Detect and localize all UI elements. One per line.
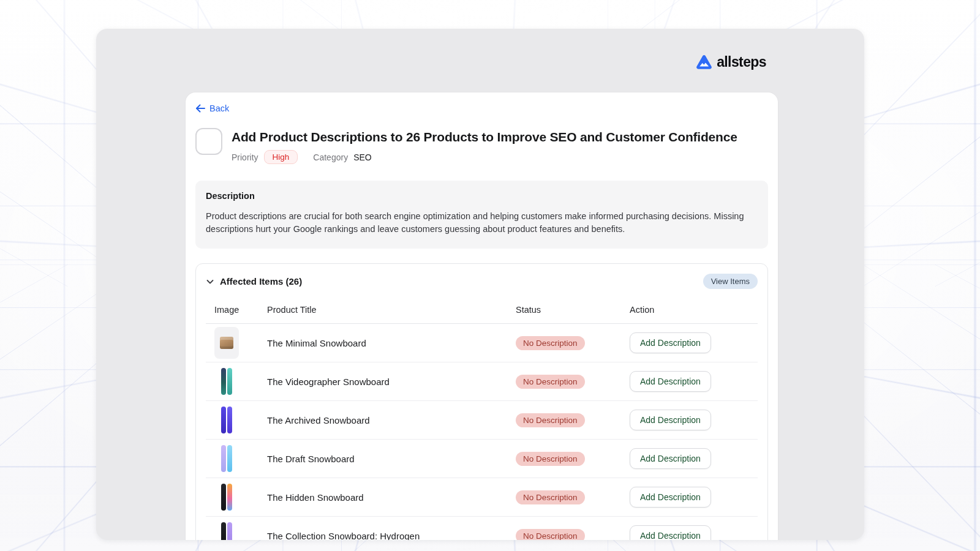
add-description-button[interactable]: Add Description — [630, 332, 711, 353]
table-header-row: Image Product Title Status Action — [206, 299, 758, 324]
product-image-snowboard-icon — [214, 520, 239, 540]
status-badge: No Description — [516, 529, 585, 540]
snowboard-shape — [221, 522, 226, 540]
product-title: The Draft Snowboard — [258, 440, 507, 478]
title-block: Add Product Descriptions to 26 Products … — [232, 128, 737, 164]
task-detail-panel: Back Add Product Descriptions to 26 Prod… — [186, 92, 778, 540]
table-row: The Videographer Snowboard No Descriptio… — [206, 362, 758, 401]
box-shape — [220, 337, 233, 349]
snowboard-shape — [221, 407, 226, 433]
snowboard-shape — [221, 484, 226, 511]
category-value: SEO — [353, 152, 372, 162]
table-row: The Archived Snowboard No Description Ad… — [206, 401, 758, 440]
add-description-button[interactable]: Add Description — [630, 525, 711, 540]
snowboard-shape — [221, 445, 226, 472]
affected-items-section: Affected Items (26) View Items Image Pro… — [195, 263, 768, 540]
affected-items-heading: Affected Items (26) — [220, 276, 302, 287]
status-badge: No Description — [516, 452, 585, 466]
product-title: The Hidden Snowboard — [258, 478, 507, 517]
column-header-title: Product Title — [258, 299, 507, 324]
status-badge: No Description — [516, 490, 585, 504]
column-header-image: Image — [206, 299, 258, 324]
allsteps-logo-icon — [696, 54, 712, 70]
task-meta: Priority High Category SEO — [232, 150, 737, 164]
product-image-snowboard-icon — [214, 481, 239, 513]
column-header-action: Action — [621, 299, 758, 324]
product-image-snowboard-icon — [214, 404, 239, 436]
table-row: The Draft Snowboard No Description Add D… — [206, 440, 758, 478]
chevron-down-icon[interactable] — [206, 277, 214, 286]
product-title: The Archived Snowboard — [258, 401, 507, 440]
status-badge: No Description — [516, 336, 585, 350]
product-image-box-icon — [214, 327, 239, 359]
title-row: Add Product Descriptions to 26 Products … — [195, 128, 768, 164]
product-title: The Videographer Snowboard — [258, 362, 507, 401]
table-row: The Hidden Snowboard No Description Add … — [206, 478, 758, 517]
status-badge: No Description — [516, 413, 585, 427]
description-heading: Description — [206, 191, 758, 201]
table-row: The Minimal Snowboard No Description Add… — [206, 324, 758, 362]
snowboard-shape — [227, 407, 232, 433]
category-label: Category — [313, 152, 348, 162]
description-box: Description Product descriptions are cru… — [195, 181, 768, 249]
description-body: Product descriptions are crucial for bot… — [206, 210, 751, 236]
product-title: The Collection Snowboard: Hydrogen — [258, 517, 507, 540]
priority-label: Priority — [232, 152, 258, 162]
product-image-snowboard-icon — [214, 365, 239, 397]
view-items-button[interactable]: View Items — [703, 274, 758, 289]
task-checkbox[interactable] — [195, 128, 222, 155]
affected-items-table: Image Product Title Status Action The Mi… — [206, 299, 758, 540]
affected-items-header: Affected Items (26) View Items — [206, 264, 758, 296]
brand-header: allsteps — [696, 54, 766, 70]
column-header-status: Status — [507, 299, 621, 324]
app-window: allsteps Back Add Product Descriptions t… — [96, 29, 864, 540]
page-title: Add Product Descriptions to 26 Products … — [232, 129, 737, 144]
add-description-button[interactable]: Add Description — [630, 448, 711, 469]
status-badge: No Description — [516, 375, 585, 389]
arrow-left-icon — [195, 104, 205, 113]
add-description-button[interactable]: Add Description — [630, 371, 711, 392]
add-description-button[interactable]: Add Description — [630, 410, 711, 430]
product-title: The Minimal Snowboard — [258, 324, 507, 362]
add-description-button[interactable]: Add Description — [630, 487, 711, 508]
snowboard-shape — [227, 484, 232, 511]
priority-badge: High — [264, 150, 298, 164]
back-link[interactable]: Back — [195, 103, 229, 113]
snowboard-shape — [227, 445, 232, 472]
snowboard-shape — [221, 368, 226, 395]
snowboard-shape — [227, 522, 232, 540]
table-row: The Collection Snowboard: Hydrogen No De… — [206, 517, 758, 540]
brand-name: allsteps — [717, 54, 766, 70]
back-label: Back — [209, 103, 229, 113]
product-image-snowboard-icon — [214, 443, 239, 474]
snowboard-shape — [227, 368, 232, 395]
